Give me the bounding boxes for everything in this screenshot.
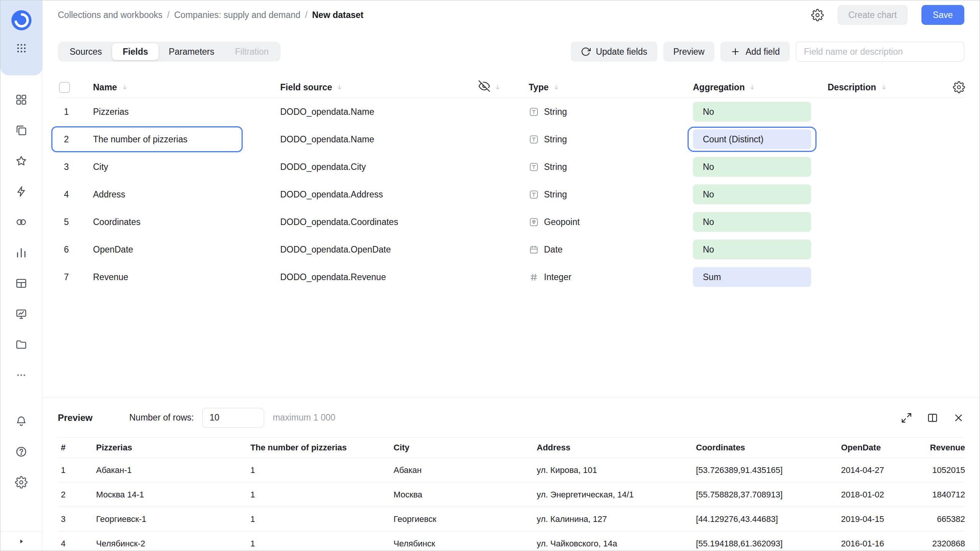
question-icon[interactable] [15,445,28,458]
preview-cell: [44.129276,43.44683] [693,514,838,524]
create-chart-button[interactable]: Create chart [838,5,908,25]
field-type-label: Geopoint [544,217,580,227]
sort-down-icon[interactable] [880,83,888,91]
tab-fields[interactable]: Fields [112,43,158,60]
dataset-settings-gear-icon[interactable] [811,9,824,21]
sidebar [0,0,42,551]
preview-cell: Челябинск-2 [93,539,247,549]
tab-parameters[interactable]: Parameters [158,43,225,60]
rows-count-input[interactable] [202,408,264,428]
preview-cell: Челябинск [390,539,534,549]
preview-col-index: # [58,443,93,453]
sort-down-icon[interactable] [121,83,129,91]
preview-col-number: The number of pizzerias [247,443,390,453]
preview-col-city: City [390,443,534,453]
sidebar-bottom-group [15,415,28,489]
column-header-name: Name [93,82,117,93]
tab-filtration: Filtration [225,43,279,60]
apps-grid-icon[interactable] [16,42,27,55]
gear-icon[interactable] [15,476,28,489]
preview-row: 3 Георгиевск-1 1 Георгиевск ул. Калинина… [58,507,964,531]
field-type-label: String [544,107,567,117]
preview-panel-actions [901,412,964,424]
close-icon[interactable] [953,412,964,424]
star-icon[interactable] [15,155,28,167]
field-row[interactable]: 2 The number of pizzerias DODO_opendata.… [58,126,964,153]
preview-row: 2 Москва 14-1 1 Москва ул. Энергетическа… [58,483,964,507]
sort-down-icon[interactable] [494,83,501,91]
preview-cell: 1052015 [911,465,965,475]
field-row[interactable]: 7 Revenue DODO_opendata.Revenue Integer … [58,263,964,291]
datalens-logo[interactable] [10,9,33,32]
preview-cell: Москва [390,490,534,500]
field-row-number: 3 [58,162,93,172]
column-header-type: Type [529,82,549,93]
folder-icon[interactable] [15,338,28,351]
fields-table-header: Name Field source Type Aggregation [58,77,964,98]
sort-down-icon[interactable] [336,83,343,91]
ellipsis-icon[interactable] [15,369,28,381]
field-name[interactable]: Coordinates [93,217,280,227]
rings-icon[interactable] [15,216,28,228]
breadcrumb: Collections and workbooks / Companies: s… [58,10,363,20]
preview-toggle-button[interactable]: Preview [663,42,715,62]
preview-cell: Георгиевск-1 [93,514,247,524]
update-fields-button[interactable]: Update fields [571,42,657,62]
aggregation-select[interactable]: Sum [693,267,811,287]
field-name[interactable]: The number of pizzerias [93,134,280,145]
string-type-icon [529,162,539,172]
breadcrumb-current: New dataset [312,10,363,20]
refresh-icon [581,47,591,57]
aggregation-select[interactable]: No [693,212,811,232]
field-name[interactable]: Revenue [93,272,280,282]
collapse-arrow-icon[interactable] [17,537,26,546]
bar-chart-icon[interactable] [15,246,28,259]
add-field-button[interactable]: Add field [720,42,790,62]
breadcrumb-workbook[interactable]: Companies: supply and demand [174,10,301,20]
table-settings-gear-icon[interactable] [953,81,965,93]
column-header-source: Field source [280,82,332,93]
eye-off-icon[interactable] [479,80,490,94]
aggregation-select[interactable]: Count (Distinct) [693,129,811,149]
preview-table: # Pizzerias The number of pizzerias City… [58,437,964,551]
field-row[interactable]: 5 Coordinates DODO_opendata.Coordinates … [58,208,964,236]
field-search-input[interactable] [796,42,964,62]
field-name[interactable]: OpenDate [93,245,280,255]
preview-cell: 1 [58,465,93,475]
field-row-number: 6 [58,245,93,255]
field-row[interactable]: 4 Address DODO_opendata.Address String N… [58,181,964,208]
tiles-icon[interactable] [15,93,28,106]
preview-col-pizzerias: Pizzerias [93,443,247,453]
preview-cell: 3 [58,514,93,524]
preview-cell: ул. Калинина, 127 [534,514,693,524]
aggregation-select[interactable]: No [693,240,811,259]
lightning-icon[interactable] [15,185,28,198]
preview-cell: 2 [58,490,93,500]
field-row[interactable]: 3 City DODO_opendata.City String No [58,153,964,181]
field-name[interactable]: Pizzerias [93,107,280,117]
split-view-icon[interactable] [927,412,938,424]
bell-icon[interactable] [15,415,28,427]
field-row[interactable]: 1 Pizzerias DODO_opendata.Name String No [58,98,964,126]
field-name[interactable]: City [93,162,280,172]
select-all-checkbox[interactable] [59,82,70,93]
expand-icon[interactable] [901,412,912,424]
collections-icon[interactable] [15,124,28,137]
aggregation-select[interactable]: No [693,184,811,204]
fields-toolbar-actions: Update fields Preview Add field [571,42,964,62]
preview-panel: Preview Number of rows: maximum 1 000 # … [42,398,980,551]
sort-down-icon[interactable] [552,83,560,91]
field-row[interactable]: 6 OpenDate DODO_opendata.OpenDate Date N… [58,236,964,263]
preview-controls: Preview Number of rows: maximum 1 000 [42,398,980,437]
breadcrumb-collections[interactable]: Collections and workbooks [58,10,163,20]
field-name[interactable]: Address [93,189,280,200]
tab-sources[interactable]: Sources [59,43,112,60]
save-button[interactable]: Save [921,5,964,25]
breadcrumb-separator: / [167,10,170,20]
topbar: Collections and workbooks / Companies: s… [42,0,980,29]
aggregation-select[interactable]: No [693,102,811,122]
sort-down-icon[interactable] [748,83,756,91]
monitor-icon[interactable] [15,308,28,320]
aggregation-select[interactable]: No [693,157,811,177]
table-icon[interactable] [15,277,28,290]
